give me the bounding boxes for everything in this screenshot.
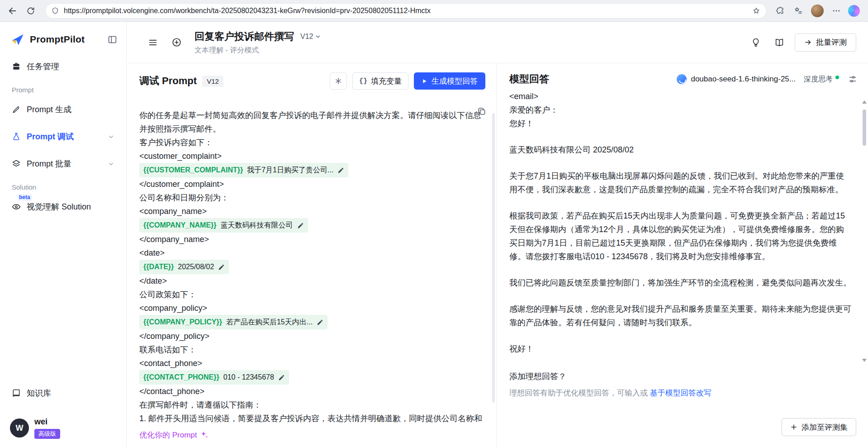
refresh-icon[interactable] (23, 3, 39, 19)
browser-menu-icon[interactable] (828, 3, 844, 19)
variable-chip[interactable]: {{CUSTOMER_COMPLAINT}}我于7月1日购买了贵公司... (139, 163, 348, 177)
sidebar-item-label: 任务管理 (27, 61, 59, 72)
model-answer-panel: 模型回答 doubao-seed-1.6-thinking-25... 深度思考 (497, 63, 868, 447)
extensions-icon[interactable] (772, 3, 788, 19)
prompt-line: <company_policy> (139, 301, 478, 315)
scroll-up-arrow[interactable] (862, 100, 867, 104)
variable-name: {{DATE}} (143, 260, 174, 274)
generate-answer-button[interactable]: 生成模型回答 (414, 72, 485, 90)
chevron-down-icon (108, 161, 114, 167)
sidebar: PromptPilot 任务管理 Prompt Prompt 生成 (0, 22, 127, 447)
user-profile[interactable]: W wei 高级版 (0, 410, 126, 439)
url-text: https://promptpilot.volcengine.com/workb… (64, 7, 747, 15)
url-bar[interactable]: https://promptpilot.volcengine.com/workb… (45, 3, 767, 19)
model-settings-icon[interactable] (848, 75, 857, 84)
prompt-line: 公司政策如下： (139, 288, 478, 301)
fill-variables-button[interactable]: {} 填充变量 (352, 72, 408, 90)
task-header: 回复客户投诉邮件撰写 V12 文本理解 - 评分模式 批量评测 (127, 22, 868, 63)
lightbulb-icon[interactable] (748, 34, 764, 51)
prompt-line: 公司名称和日期分别为： (139, 191, 478, 204)
variable-name: {{COMPANY_POLICY}} (143, 315, 222, 329)
model-selector[interactable]: doubao-seed-1.6-thinking-25... (677, 74, 796, 84)
spark-icon (334, 77, 342, 85)
bookmark-star-icon[interactable] (752, 6, 761, 15)
copilot-icon[interactable] (848, 5, 860, 17)
prompt-line: </contact_phone> (139, 385, 478, 398)
scroll-down-arrow[interactable] (862, 359, 867, 362)
add-to-eval-button[interactable]: 添加至评测集 (782, 418, 856, 436)
back-icon[interactable] (5, 3, 21, 19)
response-paragraph: 我们已将此问题反馈至质量控制部门，将加强生产环节的全流程检测，避免类似问题再次发… (509, 276, 852, 290)
briefcase-icon (12, 62, 21, 71)
favorites-icon[interactable] (790, 3, 806, 19)
prompt-line: {{CUSTOMER_COMPLAINT}}我于7月1日购买了贵公司... (139, 163, 478, 177)
copy-icon[interactable] (477, 107, 486, 116)
sidebar-item-knowledge[interactable]: 知识库 (6, 383, 120, 404)
edit-icon[interactable] (297, 222, 304, 229)
prompt-editor[interactable]: 你的任务是起草一封简短高效的回复客户投诉的电子邮件并提供解决方案。请仔细阅读以下… (127, 96, 496, 447)
debug-prompt-panel: 调试 Prompt V12 {} 填充变量 生成模型回答 (127, 63, 497, 447)
add-to-eval-label: 添加至评测集 (802, 422, 848, 433)
variable-chip[interactable]: {{DATE}}2025/08/02 (139, 260, 229, 274)
optimize-spark-button[interactable] (330, 72, 347, 90)
rewrite-from-answer-link[interactable]: 基于模型回答改写 (650, 389, 711, 397)
sidebar-bottom-nav: 知识库 (0, 383, 126, 410)
response-scrollbar[interactable] (861, 99, 868, 364)
new-task-icon[interactable] (168, 34, 185, 51)
layers-icon (12, 159, 21, 168)
braces-icon: {} (359, 77, 367, 85)
guide-book-icon[interactable] (771, 34, 787, 51)
batch-eval-button[interactable]: 批量评测 (795, 33, 856, 52)
prompt-line: {{COMPANY_POLICY}}若产品在购买后15天内出... (139, 315, 478, 329)
prompt-line: <contact_phone> (139, 357, 478, 370)
plus-icon (790, 423, 797, 431)
prompt-line: 你的任务是起草一封简短高效的回复客户投诉的电子邮件并提供解决方案。请仔细阅读以下… (139, 109, 478, 122)
prompt-line: 联系电话如下： (139, 343, 478, 357)
sidebar-collapse-icon[interactable] (108, 35, 117, 44)
prompt-line: 客户投诉内容如下： (139, 136, 478, 149)
model-response-area[interactable]: <email> 亲爱的客户： 您好！蓝天数码科技有限公司 2025/08/02关… (497, 92, 868, 360)
sidebar-item-prompt-debug[interactable]: Prompt 调试 (6, 126, 120, 147)
prompt-line: <customer_complaint> (139, 149, 478, 163)
sidebar-item-vision-solution[interactable]: beta 视觉理解 Solution (6, 196, 120, 217)
deep-think-label: 深度思考 (804, 75, 833, 84)
edit-icon[interactable] (317, 319, 323, 326)
sidebar-item-prompt-batch[interactable]: Prompt 批量 (6, 153, 120, 174)
editor-scrollbar-thumb[interactable] (492, 113, 495, 403)
variable-value: 2025/08/02 (178, 260, 214, 274)
optimize-prompt-link[interactable]: 优化你的 Prompt (139, 430, 209, 440)
browser-profile-avatar[interactable] (811, 5, 824, 17)
debug-panel-title: 调试 Prompt (139, 74, 197, 88)
prompt-line: 在撰写邮件时，请遵循以下指南： (139, 398, 478, 412)
prompt-line: </customer_complaint> (139, 177, 478, 191)
ideal-answer-hint: 理想回答有助于优化模型回答，可输入或 (509, 389, 650, 397)
version-label: V12 (300, 33, 313, 41)
version-dropdown[interactable]: V12 (300, 33, 321, 41)
variable-value: 我于7月1日购买了贵公司... (247, 163, 333, 177)
site-info-icon[interactable] (51, 7, 59, 15)
variable-chip[interactable]: {{COMPANY_NAME}}蓝天数码科技有限公司 (139, 218, 308, 233)
avatar: W (10, 418, 29, 437)
brand-name: PromptPilot (30, 34, 103, 45)
prompt-line: </company_policy> (139, 329, 478, 343)
prompt-version-badge: V12 (202, 76, 223, 87)
browser-chrome: https://promptpilot.volcengine.com/workb… (0, 0, 868, 22)
user-name: wei (34, 417, 60, 427)
variable-chip[interactable]: {{COMPANY_POLICY}}若产品在购买后15天内出... (139, 315, 327, 329)
sidebar-item-prompt-gen[interactable]: Prompt 生成 (6, 99, 120, 120)
prompt-line: </date> (139, 274, 478, 288)
edit-icon[interactable] (218, 264, 225, 271)
generate-answer-label: 生成模型回答 (432, 76, 478, 86)
model-name: doubao-seed-1.6-thinking-25... (691, 75, 796, 84)
edit-icon[interactable] (278, 374, 285, 381)
task-list-menu-icon[interactable] (145, 34, 161, 51)
prompt-line: </company_name> (139, 233, 478, 246)
promptpilot-logo-icon (10, 32, 25, 47)
sidebar-item-tasks[interactable]: 任务管理 (6, 56, 120, 77)
variable-chip[interactable]: {{CONTACT_PHONE}}010 - 12345678 (139, 370, 289, 385)
brand-logo[interactable]: PromptPilot (0, 28, 126, 56)
edit-icon[interactable] (337, 167, 344, 174)
pencil-wand-icon (12, 105, 21, 114)
scrollbar-thumb[interactable] (863, 109, 866, 146)
batch-eval-label: 批量评测 (816, 37, 847, 48)
